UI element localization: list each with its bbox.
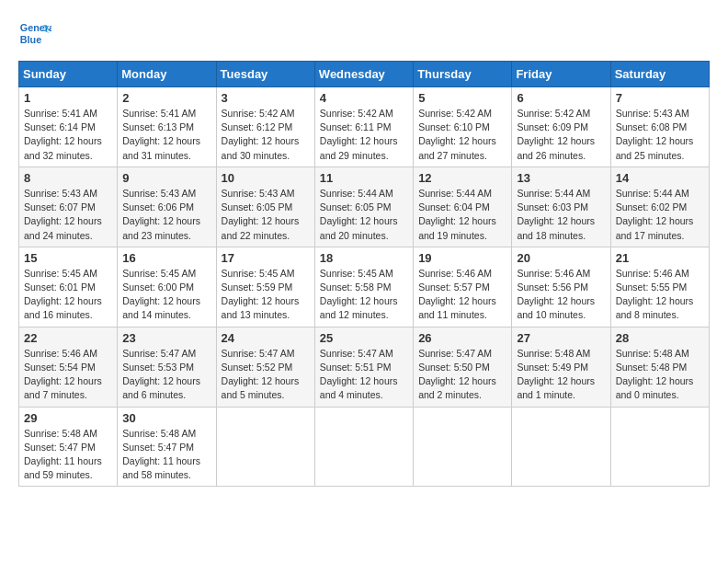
day-info: Sunrise: 5:44 AMSunset: 6:05 PMDaylight:…	[320, 187, 408, 243]
day-number: 28	[616, 331, 704, 345]
day-info: Sunrise: 5:46 AMSunset: 5:55 PMDaylight:…	[616, 267, 704, 323]
calendar-cell: 16Sunrise: 5:45 AMSunset: 6:00 PMDayligh…	[118, 247, 216, 327]
calendar-cell: 10Sunrise: 5:43 AMSunset: 6:05 PMDayligh…	[216, 167, 314, 247]
weekday-header-monday: Monday	[118, 62, 216, 87]
day-info: Sunrise: 5:48 AMSunset: 5:49 PMDaylight:…	[517, 347, 605, 403]
calendar-cell	[512, 407, 610, 487]
calendar-cell: 4Sunrise: 5:42 AMSunset: 6:11 PMDaylight…	[314, 87, 413, 167]
day-info: Sunrise: 5:41 AMSunset: 6:13 PMDaylight:…	[122, 107, 210, 163]
calendar-cell: 21Sunrise: 5:46 AMSunset: 5:55 PMDayligh…	[610, 247, 709, 327]
day-number: 4	[320, 91, 408, 105]
day-info: Sunrise: 5:46 AMSunset: 5:57 PMDaylight:…	[418, 267, 506, 323]
day-number: 7	[616, 91, 704, 105]
weekday-header-friday: Friday	[512, 62, 610, 87]
day-info: Sunrise: 5:42 AMSunset: 6:12 PMDaylight:…	[222, 107, 310, 163]
calendar-cell: 24Sunrise: 5:47 AMSunset: 5:52 PMDayligh…	[216, 327, 314, 407]
calendar-cell: 2Sunrise: 5:41 AMSunset: 6:13 PMDaylight…	[118, 87, 216, 167]
calendar-cell: 27Sunrise: 5:48 AMSunset: 5:49 PMDayligh…	[512, 327, 610, 407]
day-number: 15	[24, 251, 112, 265]
day-number: 27	[517, 331, 605, 345]
day-number: 20	[517, 251, 605, 265]
calendar-cell: 1Sunrise: 5:41 AMSunset: 6:14 PMDaylight…	[19, 87, 118, 167]
day-info: Sunrise: 5:45 AMSunset: 6:01 PMDaylight:…	[24, 267, 112, 323]
calendar-cell: 8Sunrise: 5:43 AMSunset: 6:07 PMDaylight…	[19, 167, 118, 247]
calendar-cell: 7Sunrise: 5:43 AMSunset: 6:08 PMDaylight…	[610, 87, 709, 167]
day-number: 29	[24, 411, 112, 425]
day-info: Sunrise: 5:47 AMSunset: 5:51 PMDaylight:…	[320, 347, 408, 403]
calendar-cell: 11Sunrise: 5:44 AMSunset: 6:05 PMDayligh…	[314, 167, 413, 247]
day-number: 23	[122, 331, 210, 345]
day-number: 26	[418, 331, 506, 345]
calendar-cell	[314, 407, 413, 487]
day-info: Sunrise: 5:48 AMSunset: 5:47 PMDaylight:…	[122, 427, 210, 483]
calendar-cell: 9Sunrise: 5:43 AMSunset: 6:06 PMDaylight…	[118, 167, 216, 247]
day-info: Sunrise: 5:45 AMSunset: 5:58 PMDaylight:…	[320, 267, 408, 323]
day-number: 17	[222, 251, 310, 265]
day-info: Sunrise: 5:44 AMSunset: 6:02 PMDaylight:…	[616, 187, 704, 243]
day-info: Sunrise: 5:48 AMSunset: 5:47 PMDaylight:…	[24, 427, 112, 483]
day-number: 10	[222, 171, 310, 185]
day-number: 1	[24, 91, 112, 105]
calendar-cell: 23Sunrise: 5:47 AMSunset: 5:53 PMDayligh…	[118, 327, 216, 407]
calendar-cell: 22Sunrise: 5:46 AMSunset: 5:54 PMDayligh…	[19, 327, 118, 407]
day-number: 19	[418, 251, 506, 265]
day-number: 2	[122, 91, 210, 105]
page-header: General Blue	[18, 18, 710, 52]
calendar-table: SundayMondayTuesdayWednesdayThursdayFrid…	[18, 61, 710, 487]
day-info: Sunrise: 5:42 AMSunset: 6:10 PMDaylight:…	[418, 107, 506, 163]
day-info: Sunrise: 5:44 AMSunset: 6:04 PMDaylight:…	[418, 187, 506, 243]
day-number: 25	[320, 331, 408, 345]
calendar-cell: 18Sunrise: 5:45 AMSunset: 5:58 PMDayligh…	[314, 247, 413, 327]
day-info: Sunrise: 5:41 AMSunset: 6:14 PMDaylight:…	[24, 107, 112, 163]
day-number: 9	[122, 171, 210, 185]
day-info: Sunrise: 5:43 AMSunset: 6:06 PMDaylight:…	[122, 187, 210, 243]
day-number: 30	[122, 411, 210, 425]
day-info: Sunrise: 5:43 AMSunset: 6:08 PMDaylight:…	[616, 107, 704, 163]
calendar-cell: 13Sunrise: 5:44 AMSunset: 6:03 PMDayligh…	[512, 167, 610, 247]
calendar-cell: 6Sunrise: 5:42 AMSunset: 6:09 PMDaylight…	[512, 87, 610, 167]
day-info: Sunrise: 5:46 AMSunset: 5:54 PMDaylight:…	[24, 347, 112, 403]
day-number: 12	[418, 171, 506, 185]
day-info: Sunrise: 5:43 AMSunset: 6:07 PMDaylight:…	[24, 187, 112, 243]
calendar-cell: 14Sunrise: 5:44 AMSunset: 6:02 PMDayligh…	[610, 167, 709, 247]
day-number: 22	[24, 331, 112, 345]
calendar-cell: 20Sunrise: 5:46 AMSunset: 5:56 PMDayligh…	[512, 247, 610, 327]
calendar-cell: 15Sunrise: 5:45 AMSunset: 6:01 PMDayligh…	[19, 247, 118, 327]
day-number: 8	[24, 171, 112, 185]
calendar-cell	[610, 407, 709, 487]
svg-text:Blue: Blue	[20, 34, 41, 45]
calendar-cell: 17Sunrise: 5:45 AMSunset: 5:59 PMDayligh…	[216, 247, 314, 327]
calendar-cell: 26Sunrise: 5:47 AMSunset: 5:50 PMDayligh…	[414, 327, 512, 407]
calendar-cell	[414, 407, 512, 487]
day-number: 13	[517, 171, 605, 185]
day-info: Sunrise: 5:44 AMSunset: 6:03 PMDaylight:…	[517, 187, 605, 243]
calendar-cell: 28Sunrise: 5:48 AMSunset: 5:48 PMDayligh…	[610, 327, 709, 407]
day-number: 16	[122, 251, 210, 265]
day-number: 14	[616, 171, 704, 185]
weekday-header-thursday: Thursday	[414, 62, 512, 87]
weekday-header-wednesday: Wednesday	[314, 62, 413, 87]
day-info: Sunrise: 5:42 AMSunset: 6:09 PMDaylight:…	[517, 107, 605, 163]
day-info: Sunrise: 5:47 AMSunset: 5:52 PMDaylight:…	[222, 347, 310, 403]
logo: General Blue	[18, 18, 55, 52]
day-number: 18	[320, 251, 408, 265]
calendar-cell: 12Sunrise: 5:44 AMSunset: 6:04 PMDayligh…	[414, 167, 512, 247]
day-info: Sunrise: 5:47 AMSunset: 5:50 PMDaylight:…	[418, 347, 506, 403]
day-info: Sunrise: 5:42 AMSunset: 6:11 PMDaylight:…	[320, 107, 408, 163]
weekday-header-tuesday: Tuesday	[216, 62, 314, 87]
day-number: 3	[222, 91, 310, 105]
day-info: Sunrise: 5:45 AMSunset: 5:59 PMDaylight:…	[222, 267, 310, 323]
day-info: Sunrise: 5:47 AMSunset: 5:53 PMDaylight:…	[122, 347, 210, 403]
day-info: Sunrise: 5:45 AMSunset: 6:00 PMDaylight:…	[122, 267, 210, 323]
weekday-header-sunday: Sunday	[19, 62, 118, 87]
day-number: 21	[616, 251, 704, 265]
day-number: 11	[320, 171, 408, 185]
day-number: 24	[222, 331, 310, 345]
calendar-cell: 29Sunrise: 5:48 AMSunset: 5:47 PMDayligh…	[19, 407, 118, 487]
calendar-cell: 19Sunrise: 5:46 AMSunset: 5:57 PMDayligh…	[414, 247, 512, 327]
day-info: Sunrise: 5:46 AMSunset: 5:56 PMDaylight:…	[517, 267, 605, 323]
day-info: Sunrise: 5:43 AMSunset: 6:05 PMDaylight:…	[222, 187, 310, 243]
calendar-cell: 25Sunrise: 5:47 AMSunset: 5:51 PMDayligh…	[314, 327, 413, 407]
day-info: Sunrise: 5:48 AMSunset: 5:48 PMDaylight:…	[616, 347, 704, 403]
weekday-header-saturday: Saturday	[610, 62, 709, 87]
